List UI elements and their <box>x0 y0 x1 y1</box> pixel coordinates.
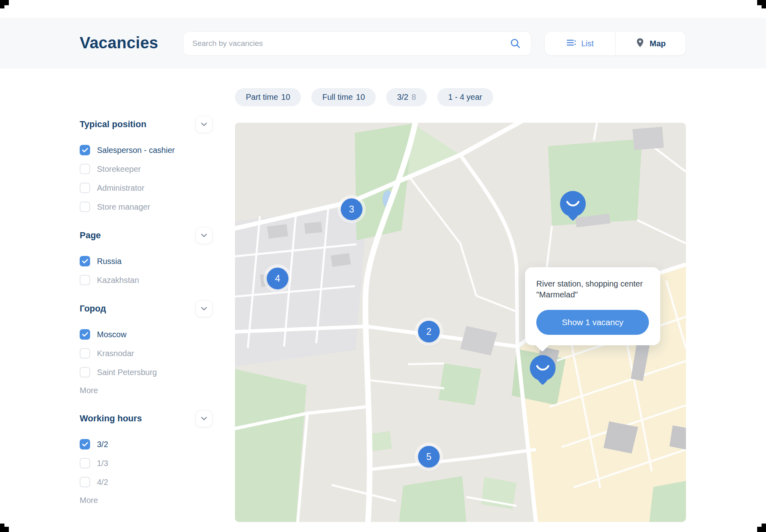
filter-section-page: Page Russia Kazakhstan <box>80 227 212 285</box>
filter-option-label: Administrator <box>97 184 144 193</box>
chip-count: 10 <box>356 93 365 102</box>
checkbox-icon[interactable] <box>80 256 90 266</box>
map-pin-icon <box>635 37 645 50</box>
checkbox-icon[interactable] <box>80 348 90 359</box>
collapse-section-button[interactable] <box>196 410 212 427</box>
chip-count: 10 <box>281 93 290 102</box>
section-title: Город <box>80 303 106 314</box>
section-title: Typical position <box>80 119 146 130</box>
checkbox-icon[interactable] <box>80 477 90 487</box>
filter-option-label: Kazakhstan <box>97 276 139 285</box>
toggle-map-label: Map <box>650 39 666 48</box>
header: Vacancies List <box>0 18 766 68</box>
filter-option-label: Store manager <box>97 202 150 212</box>
filter-option-3-2[interactable]: 3/2 <box>80 439 212 450</box>
checkbox-icon[interactable] <box>80 329 90 340</box>
filter-option-label: Salesperson - cashier <box>97 146 175 155</box>
filter-option-label: Moscow <box>97 330 126 339</box>
map-cluster-marker[interactable]: 3 <box>341 198 362 220</box>
toggle-list-button[interactable]: List <box>545 32 616 55</box>
search-bar[interactable] <box>183 31 531 56</box>
show-vacancy-button[interactable]: Show 1 vacancy <box>536 310 649 335</box>
map-cluster-marker[interactable]: 2 <box>418 321 440 342</box>
filter-section-typical-position: Typical position Salesperson - cashier S… <box>80 116 212 212</box>
smile-pin-marker-selected[interactable] <box>530 355 556 381</box>
chip-1-4-year[interactable]: 1 - 4 year <box>437 88 493 106</box>
map-popup: River station, shopping center "Marmelad… <box>525 267 660 345</box>
chevron-down-icon <box>201 307 207 311</box>
filter-option-storekeeper[interactable]: Storekeeper <box>80 164 212 174</box>
checkbox-icon[interactable] <box>80 275 90 285</box>
checkbox-icon[interactable] <box>80 145 90 155</box>
chip-part-time[interactable]: Part time 10 <box>235 88 301 106</box>
chip-label: Full time <box>322 93 353 102</box>
collapse-section-button[interactable] <box>196 300 212 317</box>
chevron-down-icon <box>201 122 207 126</box>
chip-label: 3/2 <box>397 93 408 102</box>
filter-option-salesperson-cashier[interactable]: Salesperson - cashier <box>80 145 212 155</box>
chevron-down-icon <box>201 233 207 237</box>
filter-option-saint-petersburg[interactable]: Saint Petersburg <box>80 367 212 377</box>
collapse-section-button[interactable] <box>196 116 212 133</box>
popup-location-title: River station, shopping center "Marmelad… <box>536 278 649 300</box>
filter-option-label: 4/2 <box>97 478 108 487</box>
filter-section-working-hours: Working hours 3/2 1/3 4/2 More <box>80 410 212 505</box>
filter-option-4-2[interactable]: 4/2 <box>80 477 212 487</box>
filter-option-kazakhstan[interactable]: Kazakhstan <box>80 275 212 285</box>
checkbox-icon[interactable] <box>80 458 90 468</box>
chip-full-time[interactable]: Full time 10 <box>311 88 376 106</box>
checkbox-icon[interactable] <box>80 367 90 377</box>
smile-icon <box>535 364 551 373</box>
map-cluster-marker[interactable]: 4 <box>267 268 288 289</box>
filter-section-city: Город Moscow Krasnodar Saint Petersburg … <box>80 300 212 395</box>
smile-pin-marker[interactable] <box>560 191 586 217</box>
chip-count: 8 <box>412 93 416 102</box>
page-title: Vacancies <box>80 34 158 52</box>
search-input[interactable] <box>192 39 509 48</box>
filter-option-moscow[interactable]: Moscow <box>80 329 212 340</box>
filter-option-label: 1/3 <box>97 459 108 468</box>
smile-icon <box>565 200 581 208</box>
list-icon <box>566 37 577 50</box>
search-icon[interactable] <box>509 37 522 50</box>
chip-label: Part time <box>246 93 278 102</box>
chip-3-2[interactable]: 3/2 8 <box>386 88 427 106</box>
section-title: Page <box>80 230 101 241</box>
toggle-list-label: List <box>581 39 594 48</box>
section-title: Working hours <box>80 413 142 424</box>
filter-option-label: Saint Petersburg <box>97 368 157 377</box>
filter-option-label: Russia <box>97 257 121 266</box>
filter-option-store-manager[interactable]: Store manager <box>80 202 212 212</box>
filter-option-label: 3/2 <box>97 440 108 449</box>
map-canvas[interactable]: 3 4 2 5 River station, shopping center "… <box>235 123 686 522</box>
collapse-section-button[interactable] <box>196 227 212 244</box>
active-filter-chips: Part time 10 Full time 10 3/2 8 1 - 4 ye… <box>235 88 493 106</box>
chevron-down-icon <box>201 417 207 421</box>
filter-option-1-3[interactable]: 1/3 <box>80 458 212 468</box>
filter-option-label: Krasnodar <box>97 349 134 358</box>
map-cluster-marker[interactable]: 5 <box>418 446 440 468</box>
checkbox-icon[interactable] <box>80 202 90 212</box>
more-hours-link[interactable]: More <box>80 496 212 505</box>
filter-option-administrator[interactable]: Administrator <box>80 183 212 193</box>
chip-label: 1 - 4 year <box>448 93 482 102</box>
view-toggle: List Map <box>544 31 686 56</box>
filter-option-label: Storekeeper <box>97 165 141 174</box>
more-cities-link[interactable]: More <box>80 386 212 395</box>
filter-option-russia[interactable]: Russia <box>80 256 212 266</box>
checkbox-icon[interactable] <box>80 439 90 450</box>
filter-option-krasnodar[interactable]: Krasnodar <box>80 348 212 359</box>
checkbox-icon[interactable] <box>80 164 90 174</box>
toggle-map-button[interactable]: Map <box>616 32 686 55</box>
checkbox-icon[interactable] <box>80 183 90 193</box>
filters-sidebar: Typical position Salesperson - cashier S… <box>80 116 212 520</box>
